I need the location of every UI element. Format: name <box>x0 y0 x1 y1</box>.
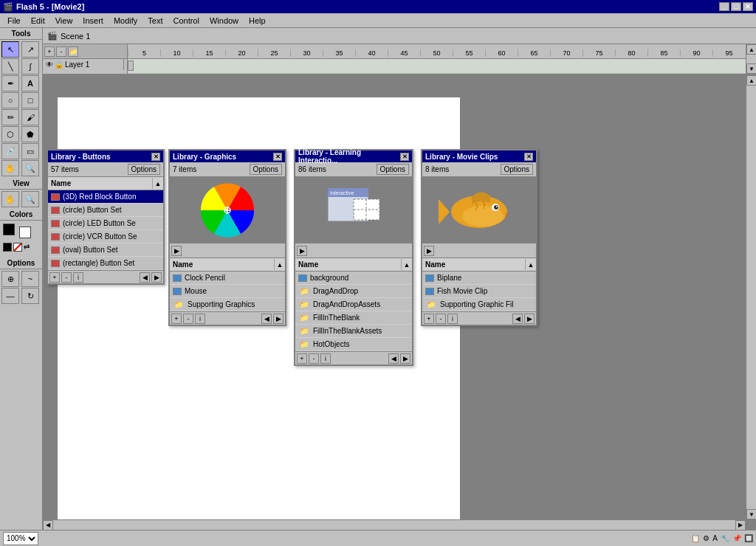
lib-movie-clips-item-2[interactable]: 📁 Supporting Graphic Fil <box>422 298 536 311</box>
menu-file[interactable]: File <box>3 15 25 27</box>
lib-movie-clips-sort[interactable]: ▲ <box>526 261 536 269</box>
lib-learning-item-5[interactable]: 📁 HotObjects <box>295 338 412 351</box>
minimize-button[interactable]: _ <box>719 2 729 11</box>
fill-color-swatch[interactable] <box>19 227 31 238</box>
menu-insert[interactable]: Insert <box>78 15 108 27</box>
canvas-scroll-left[interactable]: ◀ <box>43 520 53 531</box>
lib-buttons-item-4[interactable]: (oval) Button Set <box>48 243 163 257</box>
no-color-btn[interactable] <box>13 243 22 252</box>
canvas-vscroll[interactable]: ▲ ▼ <box>746 75 756 519</box>
lib-graphics-item-0[interactable]: Clock Pencil <box>170 272 285 285</box>
lib-learning-props[interactable]: i <box>320 353 331 364</box>
option-smooth[interactable]: ~ <box>21 271 39 287</box>
lib-graphics-props[interactable]: i <box>195 314 205 324</box>
option-rotate[interactable]: ↻ <box>21 288 39 304</box>
black-white-btn[interactable] <box>3 243 12 252</box>
lib-buttons-props[interactable]: i <box>73 272 83 283</box>
pen-tool[interactable]: ✒ <box>1 75 19 91</box>
magnify-tool[interactable]: 🔍 <box>21 160 39 176</box>
swap-colors-btn[interactable]: ⇄ <box>24 243 35 255</box>
maximize-button[interactable]: □ <box>731 2 741 11</box>
timeline-scroll-down[interactable]: ▼ <box>746 63 756 74</box>
lib-graphics-sort[interactable]: ▲ <box>275 261 285 269</box>
zoom-select[interactable]: 100% 25% 50% 200% 400% 800% <box>3 532 38 545</box>
pencil-tool[interactable]: ✏ <box>1 109 19 125</box>
lib-buttons-item-5[interactable]: (rectangle) Button Set <box>48 257 163 270</box>
lib-movie-clips-props[interactable]: i <box>447 314 458 324</box>
lib-movie-clips-add[interactable]: + <box>424 314 434 324</box>
oval-tool[interactable]: ○ <box>1 92 19 108</box>
timeline-scroll-up[interactable]: ▲ <box>746 44 756 55</box>
view-zoom-tool[interactable]: 🔍 <box>21 191 39 207</box>
brush-tool[interactable]: 🖌 <box>21 109 39 125</box>
hand-tool[interactable]: ✋ <box>1 160 19 176</box>
option-straighten[interactable]: — <box>1 288 19 304</box>
lib-graphics-add[interactable]: + <box>171 314 182 324</box>
layer-1-row[interactable]: 👁 🔒 Layer 1 <box>43 59 124 70</box>
lib-learning-item-2[interactable]: 📁 DragAndDropAssets <box>295 298 412 311</box>
lib-graphics-scroll-left[interactable]: ◀ <box>261 314 272 324</box>
lib-learning-play[interactable]: ▶ <box>297 246 307 256</box>
lib-buttons-item-0[interactable]: (3D) Red Block Button <box>48 190 163 204</box>
lib-movie-clips-item-0[interactable]: Biplane <box>422 272 536 285</box>
menu-text[interactable]: Text <box>143 15 167 27</box>
canvas-hscroll[interactable]: ◀ ▶ <box>43 519 746 530</box>
lib-buttons-scroll-left[interactable]: ◀ <box>140 272 150 283</box>
lib-buttons-options[interactable]: Options <box>128 164 160 175</box>
lib-movie-clips-scroll-left[interactable]: ◀ <box>512 314 523 324</box>
lib-learning-sort[interactable]: ▲ <box>402 261 412 269</box>
lib-movie-clips-scroll-right[interactable]: ▶ <box>524 314 535 324</box>
subselect-tool[interactable]: ↗ <box>21 41 39 58</box>
delete-layer-btn[interactable]: - <box>56 46 66 57</box>
close-button[interactable]: ✕ <box>743 2 753 11</box>
lib-learning-item-1[interactable]: 📁 DragAndDrop <box>295 285 412 298</box>
lib-graphics-item-1[interactable]: Mouse <box>170 285 285 298</box>
lib-buttons-close[interactable]: ✕ <box>151 153 160 161</box>
paint-bucket-tool[interactable]: ⬟ <box>21 126 39 142</box>
lib-graphics-del[interactable]: - <box>183 314 193 324</box>
lib-graphics-item-2[interactable]: 📁 Supporting Graphics <box>170 298 285 311</box>
lib-buttons-item-1[interactable]: (circle) Button Set <box>48 204 163 217</box>
text-tool[interactable]: A <box>21 75 39 91</box>
canvas-scroll-down[interactable]: ▼ <box>746 509 756 519</box>
rect-tool[interactable]: □ <box>21 92 39 108</box>
add-folder-btn[interactable]: 📁 <box>68 46 78 57</box>
lib-learning-item-3[interactable]: 📁 FillInTheBlank <box>295 311 412 325</box>
lib-learning-item-4[interactable]: 📁 FillInTheBlankAssets <box>295 325 412 338</box>
lib-learning-scroll-right[interactable]: ▶ <box>400 353 410 364</box>
menu-view[interactable]: View <box>51 15 78 27</box>
lib-learning-close[interactable]: ✕ <box>400 153 409 161</box>
view-hand-tool[interactable]: ✋ <box>1 191 19 207</box>
lib-graphics-play[interactable]: ▶ <box>171 246 182 256</box>
lib-learning-options[interactable]: Options <box>377 164 409 175</box>
lib-graphics-options[interactable]: Options <box>250 164 282 175</box>
menu-window[interactable]: Window <box>205 15 243 27</box>
canvas-scroll-up[interactable]: ▲ <box>746 75 756 86</box>
lib-buttons-del[interactable]: - <box>61 272 72 283</box>
arrow-tool[interactable]: ↖ <box>1 41 19 58</box>
menu-help[interactable]: Help <box>244 15 270 27</box>
canvas-scroll-right[interactable]: ▶ <box>735 520 746 531</box>
menu-control[interactable]: Control <box>168 15 203 27</box>
menu-modify[interactable]: Modify <box>109 15 142 27</box>
lib-movie-clips-item-1[interactable]: Fish Movie Clip <box>422 285 536 298</box>
lasso-tool[interactable]: ∫ <box>21 58 39 75</box>
add-layer-btn[interactable]: + <box>44 46 55 57</box>
stroke-color-swatch[interactable] <box>3 224 15 235</box>
lib-buttons-sort[interactable]: ▲ <box>153 180 163 187</box>
option-snap[interactable]: ⊕ <box>1 271 19 287</box>
eraser-tool[interactable]: ▭ <box>21 143 39 159</box>
lib-graphics-scroll-right[interactable]: ▶ <box>273 314 284 324</box>
lib-buttons-add[interactable]: + <box>49 272 60 283</box>
ink-bottle-tool[interactable]: ⬡ <box>1 126 19 142</box>
lib-learning-scroll-left[interactable]: ◀ <box>388 353 399 364</box>
lib-learning-del[interactable]: - <box>309 353 319 364</box>
eyedropper-tool[interactable]: 💉 <box>1 143 19 159</box>
lib-buttons-item-3[interactable]: (circle) VCR Button Se <box>48 230 163 243</box>
timeline-vscroll[interactable]: ▲ ▼ <box>746 44 756 74</box>
lib-graphics-close[interactable]: ✕ <box>273 153 282 161</box>
lib-learning-item-0[interactable]: background <box>295 272 412 285</box>
lib-movie-clips-del[interactable]: - <box>436 314 446 324</box>
lib-movie-clips-play[interactable]: ▶ <box>424 246 434 256</box>
line-tool[interactable]: ╲ <box>1 58 19 75</box>
